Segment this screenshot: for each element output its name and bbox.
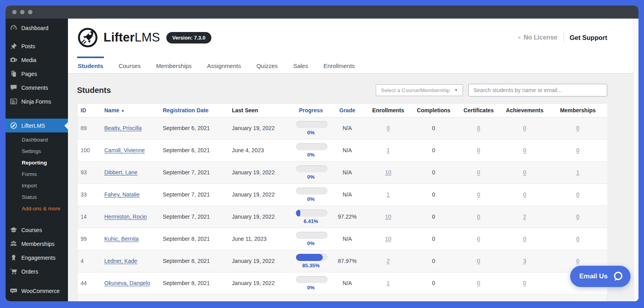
certificates-count-link[interactable]: 0 xyxy=(477,236,480,242)
student-name-link[interactable]: Kuhic, Bernita xyxy=(104,236,139,242)
student-name-link[interactable]: Carroll, Vivienne xyxy=(104,147,145,153)
student-name-link[interactable]: Dibbert, Lane xyxy=(104,169,137,176)
sidebar-item-engagements[interactable]: Engagements xyxy=(6,251,68,265)
sidebar-item-posts[interactable]: Posts xyxy=(6,39,68,53)
submenu-item-import[interactable]: Import xyxy=(6,180,68,191)
sidebar-item-courses[interactable]: Courses xyxy=(6,223,68,237)
student-name-link[interactable]: Ledner, Kade xyxy=(104,258,137,264)
sidebar-item-comments[interactable]: Comments xyxy=(6,81,68,94)
progress-bar-fill xyxy=(296,254,323,261)
active-menu-arrow xyxy=(64,122,68,129)
achievements-count-link[interactable]: 0 xyxy=(523,125,526,131)
tab-memberships[interactable]: Memberships xyxy=(155,57,192,73)
submenu-item-settings[interactable]: Settings xyxy=(6,145,68,157)
achievements-count-link[interactable]: 0 xyxy=(523,236,526,242)
enrollments-count-link[interactable]: 1 xyxy=(387,280,390,286)
traffic-light-dot[interactable] xyxy=(28,10,32,14)
achievements-count-link[interactable]: 2 xyxy=(523,214,526,220)
progress-bar-fill xyxy=(296,210,300,217)
sidebar-item-label: LifterLMS xyxy=(21,123,45,129)
enrollments-count-link[interactable]: 10 xyxy=(385,169,392,176)
student-name-link[interactable]: Fahey, Natalie xyxy=(104,191,139,198)
column-header-id[interactable]: ID xyxy=(77,104,101,117)
enrollments-count-link[interactable]: 1 xyxy=(387,147,390,153)
cell-certificates: 0 xyxy=(456,272,501,294)
chevron-down-icon: ▼ xyxy=(454,88,458,92)
cell-last_seen: January 19, 2022 xyxy=(229,117,293,139)
submenu-item-status[interactable]: Status xyxy=(6,191,68,203)
certificates-count-link[interactable]: 0 xyxy=(477,147,480,153)
cell-last_seen: June 11, 2023 xyxy=(229,228,293,250)
tab-sales[interactable]: Sales xyxy=(292,57,309,73)
email-us-beacon-button[interactable]: Email Us xyxy=(570,266,631,287)
certificates-count-link[interactable]: 0 xyxy=(477,191,480,198)
submenu-item-reporting[interactable]: Reporting xyxy=(6,157,68,168)
memberships-count-link[interactable]: 0 xyxy=(576,258,580,264)
enrollments-count-link[interactable]: 10 xyxy=(385,214,392,220)
memberships-count-link[interactable]: 0 xyxy=(576,147,580,153)
sidebar-item-orders[interactable]: Orders xyxy=(6,265,68,278)
cell-registered: September 6, 2021 xyxy=(160,139,229,161)
student-name-link[interactable]: Okuneva, Dangelo xyxy=(104,280,150,286)
get-support-link[interactable]: Get Support xyxy=(570,34,607,42)
sidebar-item-dashboard[interactable]: Dashboard xyxy=(6,21,68,35)
achievements-count-link[interactable]: 3 xyxy=(523,258,526,264)
divider xyxy=(563,32,564,43)
tab-students[interactable]: Students xyxy=(77,57,104,73)
column-header-grade[interactable]: Grade xyxy=(329,104,365,117)
column-header-registered[interactable]: Registration Date xyxy=(160,104,229,117)
cell-memberships: 0 xyxy=(548,206,607,228)
enrollments-count-link[interactable]: 2 xyxy=(387,258,390,264)
certificates-count-link[interactable]: 0 xyxy=(477,214,480,220)
student-search-input[interactable] xyxy=(468,84,607,96)
cell-registered: September 7, 2021 xyxy=(160,161,229,183)
enrollments-count-link[interactable]: 0 xyxy=(387,125,390,131)
traffic-light-dot[interactable] xyxy=(12,10,17,14)
no-license-status[interactable]: × No License xyxy=(518,34,557,41)
sidebar-item-lifterlms[interactable]: LifterLMS xyxy=(6,119,68,132)
achievements-count-link[interactable]: 0 xyxy=(523,191,526,198)
student-name-link[interactable]: Beatty, Priscilla xyxy=(104,125,142,131)
memberships-count-link[interactable]: 1 xyxy=(576,169,580,176)
sidebar-item-ninja-forms[interactable]: Ninja Forms xyxy=(6,94,68,108)
certificates-count-link[interactable]: 0 xyxy=(477,169,480,176)
achievements-count-link[interactable]: 0 xyxy=(523,169,526,176)
memberships-count-link[interactable]: 0 xyxy=(576,236,580,242)
submenu-item-dashboard[interactable]: Dashboard xyxy=(6,134,68,145)
cell-achievements: 0 xyxy=(501,183,548,206)
enrollments-count-link[interactable]: 10 xyxy=(385,236,392,242)
cell-id: 14 xyxy=(77,206,101,228)
scrollbar-track[interactable] xyxy=(633,19,638,301)
tab-quizzes[interactable]: Quizzes xyxy=(256,57,279,73)
cart-icon xyxy=(10,268,17,275)
column-header-certificates: Certificates xyxy=(456,104,501,117)
achievements-count-link[interactable]: 0 xyxy=(523,147,526,153)
sidebar-item-pages[interactable]: Pages xyxy=(6,67,68,81)
memberships-count-link[interactable]: 0 xyxy=(576,214,580,220)
student-name-link[interactable]: Hermiston, Rocio xyxy=(104,214,147,220)
sidebar-item-memberships[interactable]: Memberships xyxy=(6,237,68,251)
column-header-last_seen: Last Seen xyxy=(229,104,293,117)
sidebar-item-woocommerce[interactable]: WooWooCommerce xyxy=(6,284,68,298)
tab-courses[interactable]: Courses xyxy=(118,57,141,73)
certificates-count-link[interactable]: 0 xyxy=(477,258,480,264)
cell-last_seen: January 19, 2022 xyxy=(229,250,293,272)
course-membership-select[interactable]: Select a Course/Membership ▼ xyxy=(376,84,463,96)
cell-id: 44 xyxy=(77,272,101,294)
enrollments-count-link[interactable]: 1 xyxy=(387,191,390,198)
sidebar-item-media[interactable]: Media xyxy=(6,53,68,67)
traffic-light-dot[interactable] xyxy=(20,10,24,14)
sidebar-item-label: Engagements xyxy=(21,255,55,261)
column-header-name[interactable]: Name▲ xyxy=(101,104,160,117)
memberships-count-link[interactable]: 0 xyxy=(576,191,580,198)
certificates-count-link[interactable]: 0 xyxy=(477,280,480,286)
memberships-count-link[interactable]: 0 xyxy=(576,125,580,131)
certificates-count-link[interactable]: 0 xyxy=(477,125,480,131)
submenu-item-add-ons-more[interactable]: Add-ons & more xyxy=(6,203,68,214)
sidebar-item-products[interactable]: Products xyxy=(6,301,68,301)
column-header-progress[interactable]: Progress xyxy=(293,104,329,117)
achievements-count-link[interactable]: 0 xyxy=(523,280,526,286)
tab-enrollments[interactable]: Enrollments xyxy=(323,57,356,73)
submenu-item-forms[interactable]: Forms xyxy=(6,168,68,180)
tab-assignments[interactable]: Assignments xyxy=(206,57,242,73)
